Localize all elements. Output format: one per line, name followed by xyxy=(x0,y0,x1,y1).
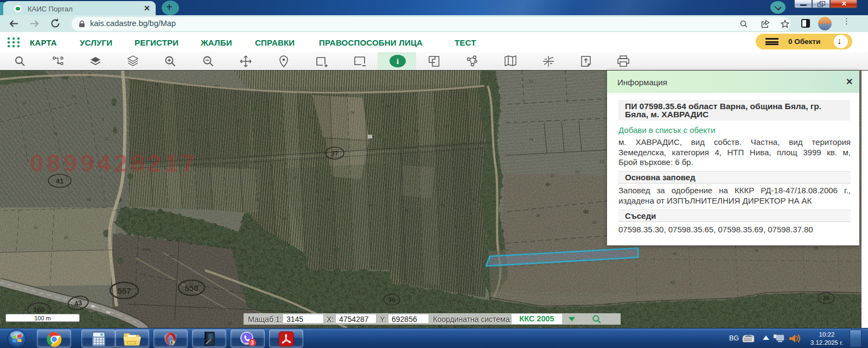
svg-text:i: i xyxy=(397,57,399,66)
svg-text:3: 3 xyxy=(251,340,254,346)
